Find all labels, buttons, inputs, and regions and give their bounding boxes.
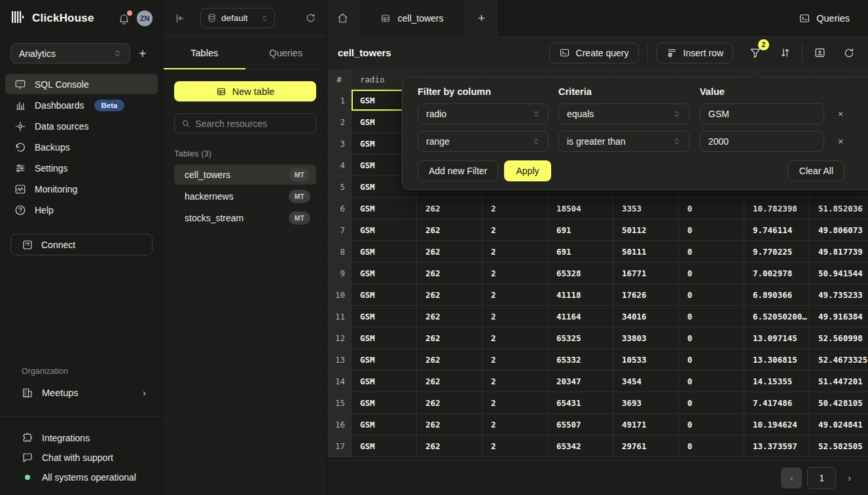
table-cell[interactable]: 51.447201 — [810, 371, 868, 392]
table-cell[interactable]: 0 — [679, 284, 744, 306]
table-cell[interactable]: 2 — [482, 327, 548, 349]
table-cell[interactable]: GSM — [352, 284, 417, 306]
table-cell[interactable]: 50112 — [613, 219, 679, 241]
refresh-button[interactable] — [841, 45, 858, 62]
table-cell[interactable]: 0 — [679, 349, 744, 371]
table-cell[interactable]: 50.428105 — [810, 392, 868, 414]
sidebar-item-backups[interactable]: Backups — [5, 137, 158, 157]
table-cell[interactable]: 2 — [482, 219, 548, 241]
table-cell[interactable]: 52.560998 — [810, 327, 868, 349]
table-cell[interactable]: GSM — [352, 241, 417, 263]
sidebar-item-data-sources[interactable]: Data sources — [5, 116, 158, 136]
remove-filter-icon[interactable]: × — [831, 109, 850, 119]
table-cell[interactable]: 262 — [417, 435, 482, 457]
table-cell[interactable]: 0 — [679, 392, 744, 414]
table-cell[interactable]: 65431 — [548, 392, 613, 414]
apply-filter-button[interactable]: Apply — [504, 160, 551, 181]
database-select[interactable]: default — [200, 8, 275, 28]
table-cell[interactable]: 13.373597 — [744, 435, 810, 457]
table-cell[interactable]: 262 — [417, 349, 482, 371]
table-cell[interactable]: 49.735233 — [810, 284, 868, 306]
table-cell[interactable]: GSM — [352, 349, 417, 371]
table-cell[interactable]: 262 — [417, 414, 482, 435]
table-cell[interactable]: 10.194624 — [744, 414, 810, 435]
queries-button[interactable]: Queries — [799, 0, 850, 36]
next-page-button[interactable]: › — [848, 473, 851, 483]
table-cell[interactable]: GSM — [352, 371, 417, 392]
table-cell[interactable]: 262 — [417, 284, 482, 306]
filter-criteria-select[interactable]: equals — [558, 103, 689, 124]
table-cell[interactable]: 262 — [417, 371, 482, 392]
table-cell[interactable]: 3454 — [613, 371, 679, 392]
new-table-button[interactable]: New table — [174, 81, 316, 101]
table-cell[interactable]: 14.15355 — [744, 371, 810, 392]
table-cell[interactable]: 262 — [417, 392, 482, 414]
table-cell[interactable]: 2 — [482, 241, 548, 263]
table-cell[interactable]: 691 — [548, 219, 613, 241]
table-list-item-stocks-stream[interactable]: stocks_stream MT — [174, 208, 316, 228]
table-cell[interactable]: GSM — [352, 414, 417, 435]
remove-filter-icon[interactable]: × — [831, 136, 850, 147]
table-cell[interactable]: GSM — [352, 198, 417, 219]
filter-column-select[interactable]: radio — [418, 103, 549, 124]
table-cell[interactable]: 13.306815 — [744, 349, 810, 371]
home-button[interactable] — [327, 0, 359, 36]
table-cell[interactable]: 33803 — [613, 327, 679, 349]
table-cell[interactable]: 50.941544 — [810, 263, 868, 284]
table-cell[interactable]: 262 — [417, 198, 482, 219]
sidebar-item-chat-support[interactable]: Chat with support — [0, 448, 163, 468]
table-cell[interactable]: 49.916384 — [810, 306, 868, 327]
table-cell[interactable]: 20347 — [548, 371, 613, 392]
add-filter-button[interactable]: Add new Filter — [418, 160, 498, 181]
table-cell[interactable]: GSM — [352, 263, 417, 284]
table-cell[interactable]: 49.817739 — [810, 241, 868, 263]
table-cell[interactable]: 2 — [482, 392, 548, 414]
table-cell[interactable]: 41118 — [548, 284, 613, 306]
sidebar-item-settings[interactable]: Settings — [5, 158, 158, 178]
table-cell[interactable]: 262 — [417, 219, 482, 241]
table-cell[interactable]: 2 — [482, 306, 548, 327]
table-cell[interactable]: 0 — [679, 198, 744, 219]
table-cell[interactable]: 0 — [679, 435, 744, 457]
table-cell[interactable]: 2 — [482, 349, 548, 371]
tab-queries[interactable]: Queries — [245, 37, 327, 69]
table-list-item-cell-towers[interactable]: cell_towers MT — [174, 164, 316, 185]
search-input[interactable] — [195, 119, 309, 129]
table-cell[interactable]: 2 — [482, 435, 548, 457]
filter-value-input[interactable] — [700, 103, 824, 124]
filter-button[interactable]: 2 — [747, 45, 764, 62]
filter-criteria-select[interactable]: is greater than — [558, 131, 689, 152]
table-cell[interactable]: 50111 — [613, 241, 679, 263]
notifications-bell-icon[interactable] — [118, 12, 130, 25]
table-cell[interactable]: 52.582505 — [810, 435, 868, 457]
table-cell[interactable]: 2 — [482, 284, 548, 306]
current-page-indicator[interactable]: 1 — [807, 467, 836, 489]
add-workspace-button[interactable]: + — [139, 47, 147, 60]
tab-tables[interactable]: Tables — [164, 37, 245, 69]
collapse-panel-icon[interactable] — [174, 12, 186, 24]
table-cell[interactable]: 262 — [417, 327, 482, 349]
table-cell[interactable]: 2 — [482, 371, 548, 392]
sidebar-item-integrations[interactable]: Integrations — [0, 428, 163, 448]
sort-button[interactable] — [776, 45, 793, 62]
table-cell[interactable]: 6.52050200… — [744, 306, 810, 327]
table-cell[interactable]: 65507 — [548, 414, 613, 435]
sidebar-item-sql-console[interactable]: SQL Console — [5, 74, 158, 94]
table-cell[interactable]: 3693 — [613, 392, 679, 414]
create-query-button[interactable]: Create query — [549, 43, 639, 64]
table-cell[interactable]: 9.770225 — [744, 241, 810, 263]
table-cell[interactable]: 0 — [679, 241, 744, 263]
table-cell[interactable]: 29761 — [613, 435, 679, 457]
table-cell[interactable]: 65342 — [548, 435, 613, 457]
table-cell[interactable]: 3353 — [613, 198, 679, 219]
table-cell[interactable]: 0 — [679, 414, 744, 435]
table-cell[interactable]: 49171 — [613, 414, 679, 435]
table-cell[interactable]: 7.002978 — [744, 263, 810, 284]
table-cell[interactable]: 262 — [417, 263, 482, 284]
table-cell[interactable]: 34016 — [613, 306, 679, 327]
table-cell[interactable]: GSM — [352, 392, 417, 414]
workspace-select[interactable]: Analytics — [10, 43, 130, 64]
table-cell[interactable]: 7.417486 — [744, 392, 810, 414]
table-cell[interactable]: 10533 — [613, 349, 679, 371]
table-cell[interactable]: 0 — [679, 219, 744, 241]
